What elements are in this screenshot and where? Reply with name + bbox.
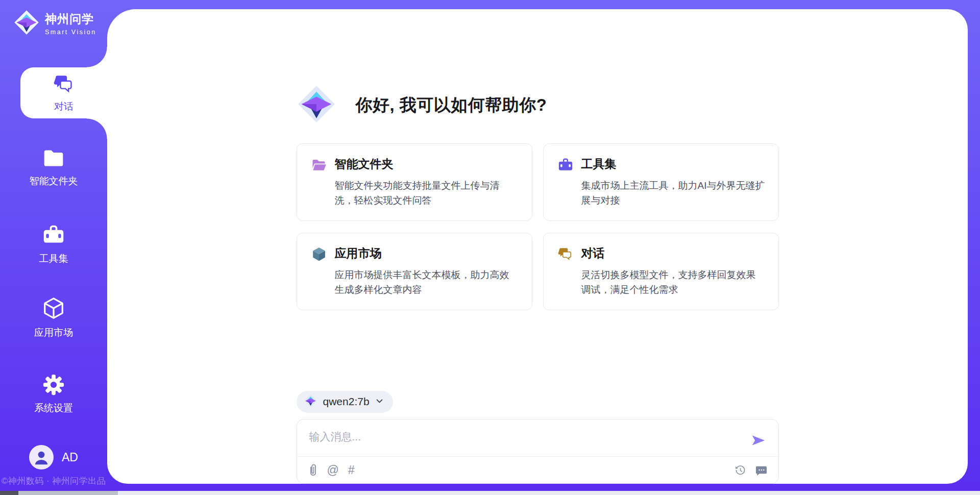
sidebar-item-label: 应用市场 — [34, 326, 73, 339]
app-market-icon — [311, 246, 335, 298]
paperclip-icon[interactable] — [308, 464, 318, 476]
folder-open-icon — [311, 157, 335, 208]
brand-diamond-icon — [304, 394, 317, 410]
sidebar-item-settings[interactable]: 系统设置 — [0, 374, 107, 415]
tab-fillet-top — [87, 47, 107, 67]
welcome-header: 你好, 我可以如何帮助你? — [297, 84, 779, 126]
chevron-down-icon — [375, 397, 384, 407]
card-title: 应用市场 — [335, 245, 519, 261]
model-name: qwen2:7b — [323, 395, 370, 408]
sidebar-item-toolset[interactable]: 工具集 — [0, 224, 107, 265]
toolbox-icon — [42, 224, 65, 249]
tab-fillet-bottom — [87, 118, 107, 139]
message-composer: @ # — [297, 419, 779, 484]
message-icon[interactable] — [755, 464, 767, 476]
model-selector[interactable]: qwen2:7b — [297, 391, 393, 413]
scrollbar-edge — [0, 491, 18, 495]
sidebar-item-label: 对话 — [54, 100, 74, 113]
card-title: 对话 — [581, 245, 765, 261]
composer-toolbar: @ # — [297, 457, 778, 483]
greeting-text: 你好, 我可以如何帮助你? — [356, 94, 547, 117]
card-title: 工具集 — [581, 156, 765, 172]
at-icon[interactable]: @ — [327, 464, 339, 476]
card-description: 应用市场提供丰富长文本模板，助力高效生成多样化文章内容 — [335, 267, 519, 298]
folder-icon — [42, 148, 65, 171]
scrollbar-thumb[interactable] — [18, 491, 118, 495]
copyright-text: ©神州数码 · 神州问学出品 — [0, 475, 107, 487]
avatar — [29, 445, 54, 469]
chat-icon — [558, 246, 581, 298]
sidebar-item-smart-folder[interactable]: 智能文件夹 — [0, 148, 107, 188]
send-icon[interactable] — [751, 433, 766, 448]
main-panel: 你好, 我可以如何帮助你? 智能文件夹 智能文件夹功能支持批量文件上传与清洗，轻… — [107, 9, 968, 484]
card-app-market[interactable]: 应用市场 应用市场提供丰富长文本模板，助力高效生成多样化文章内容 — [297, 233, 532, 310]
brand-logo: 神州问学 Smart Vision — [13, 9, 96, 38]
gear-icon — [43, 374, 64, 398]
card-description: 集成市场上主流工具，助力AI与外界无缝扩展与对接 — [581, 178, 765, 208]
sidebar-item-label: 系统设置 — [34, 402, 73, 415]
chat-icon — [53, 73, 75, 97]
card-smart-folder[interactable]: 智能文件夹 智能文件夹功能支持批量文件上传与清洗，轻松实现文件问答 — [297, 143, 532, 221]
sidebar-item-app-market[interactable]: 应用市场 — [0, 296, 107, 339]
card-chat[interactable]: 对话 灵活切换多模型文件，支持多样回复效果调试，满足个性化需求 — [543, 233, 779, 310]
feature-cards: 智能文件夹 智能文件夹功能支持批量文件上传与清洗，轻松实现文件问答 工具集 集成… — [297, 143, 779, 310]
card-description: 智能文件夹功能支持批量文件上传与清洗，轻松实现文件问答 — [335, 178, 519, 208]
user-account[interactable]: AD — [0, 445, 107, 469]
message-input[interactable] — [297, 419, 778, 456]
hash-icon[interactable]: # — [348, 464, 355, 476]
horizontal-scrollbar[interactable] — [0, 491, 980, 495]
brand-diamond-icon — [297, 84, 336, 126]
card-toolset[interactable]: 工具集 集成市场上主流工具，助力AI与外界无缝扩展与对接 — [543, 143, 779, 221]
history-icon[interactable] — [734, 464, 746, 476]
sidebar-item-chat[interactable]: 对话 — [20, 67, 107, 118]
sidebar-item-label: 工具集 — [39, 252, 68, 265]
card-description: 灵活切换多模型文件，支持多样回复效果调试，满足个性化需求 — [581, 267, 765, 298]
brand-diamond-icon — [13, 9, 40, 38]
sidebar-item-label: 智能文件夹 — [30, 175, 78, 188]
content-column: 你好, 我可以如何帮助你? 智能文件夹 智能文件夹功能支持批量文件上传与清洗，轻… — [297, 9, 779, 484]
brand-subtitle: Smart Vision — [45, 29, 96, 36]
card-title: 智能文件夹 — [335, 156, 519, 172]
brand-name: 神州问学 — [45, 11, 96, 27]
cube-icon — [42, 296, 65, 323]
toolbox-icon — [558, 157, 581, 208]
sidebar: 神州问学 Smart Vision 对话 智能文件夹 — [0, 0, 107, 495]
user-name: AD — [62, 451, 78, 464]
